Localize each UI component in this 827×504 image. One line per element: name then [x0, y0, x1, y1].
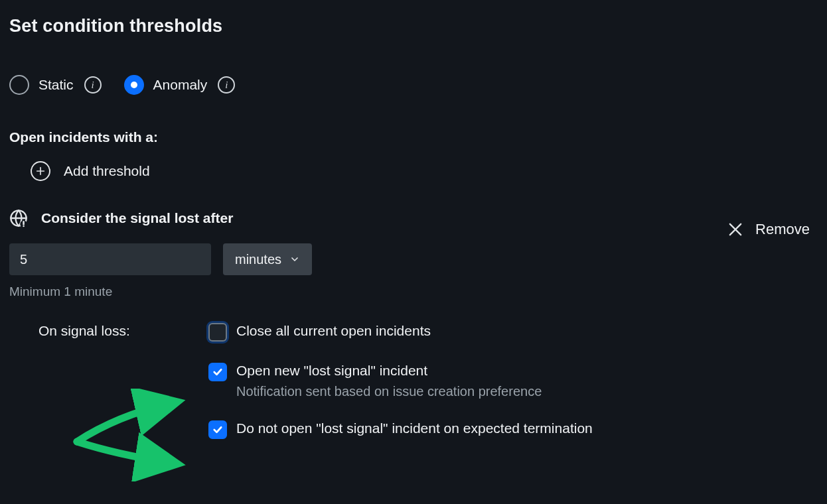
checkbox-open-new-sub: Notification sent based on issue creatio…: [236, 384, 818, 399]
open-incidents-heading: Open incidents with a:: [9, 129, 818, 145]
checkbox-open-new[interactable]: [208, 363, 227, 381]
close-icon: [726, 220, 745, 239]
signal-lost-heading-row: Consider the signal lost after: [9, 209, 818, 227]
info-icon[interactable]: i: [84, 76, 102, 94]
checkbox-close-all-label: Close all current open incidents: [236, 322, 818, 340]
signal-lost-unit-label: minutes: [235, 252, 281, 267]
radio-static-label: Static: [38, 77, 74, 93]
check-icon: [212, 366, 224, 378]
check-icon: [212, 424, 224, 436]
svg-point-6: [23, 225, 25, 227]
page-title: Set condition thresholds: [9, 16, 818, 36]
checkbox-no-open-expected[interactable]: [208, 420, 227, 439]
checkbox-open-new-label: Open new "lost signal" incident: [236, 361, 818, 380]
radio-anomaly-label: Anomaly: [153, 77, 208, 93]
radio-anomaly[interactable]: Anomaly i: [124, 75, 236, 95]
add-threshold-button[interactable]: Add threshold: [9, 161, 150, 181]
remove-label: Remove: [755, 221, 810, 238]
signal-lost-value-input[interactable]: [9, 243, 211, 275]
plus-circle-icon: [31, 161, 50, 181]
threshold-type-radiogroup: Static i Anomaly i: [9, 75, 818, 95]
signal-lost-heading: Consider the signal lost after: [41, 210, 233, 226]
checkbox-close-all[interactable]: [208, 323, 227, 342]
add-threshold-label: Add threshold: [64, 163, 150, 179]
radio-circle-icon: [9, 75, 29, 95]
radio-static[interactable]: Static i: [9, 75, 102, 95]
globe-alert-icon: [9, 209, 28, 227]
on-signal-loss-label: On signal loss:: [38, 322, 208, 339]
checkbox-no-open-expected-label: Do not open "lost signal" incident on ex…: [236, 419, 818, 438]
radio-circle-icon: [124, 75, 144, 95]
radio-dot-icon: [131, 82, 137, 88]
signal-lost-input-row: minutes: [9, 243, 818, 275]
info-icon[interactable]: i: [218, 76, 235, 94]
remove-button[interactable]: Remove: [726, 220, 810, 239]
chevron-down-icon: [289, 254, 300, 265]
signal-lost-unit-select[interactable]: minutes: [223, 243, 312, 275]
signal-lost-hint: Minimum 1 minute: [9, 284, 818, 299]
